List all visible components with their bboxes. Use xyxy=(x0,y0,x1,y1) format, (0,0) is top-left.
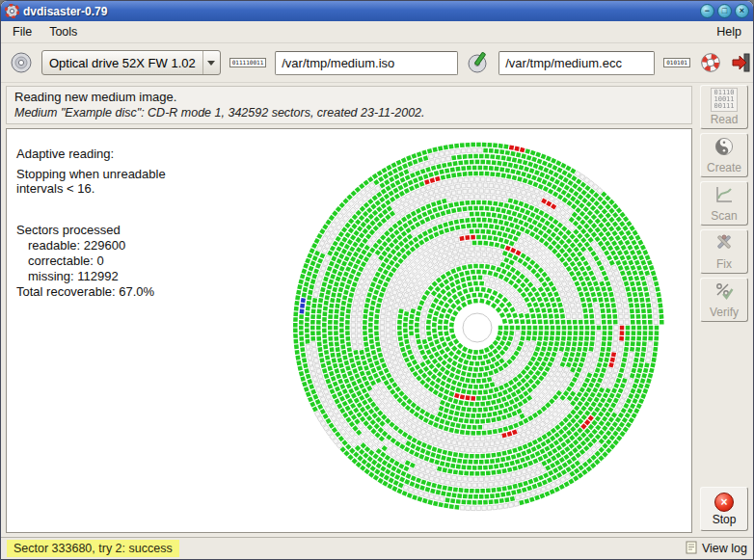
menu-tools[interactable]: Tools xyxy=(40,22,86,41)
close-icon: × xyxy=(740,7,744,15)
status-line2: Medium "Example disc": CD-R mode 1, 3425… xyxy=(14,106,684,120)
view-log-label: View log xyxy=(702,542,747,555)
statusbar: Sector 333680, try 2: success View log xyxy=(1,537,753,559)
action-sidebar: 011101001100111 Read Create xyxy=(697,83,753,537)
titlebar[interactable]: dvdisaster-0.79 − □ × xyxy=(1,1,753,21)
spiral-area xyxy=(283,133,672,522)
scan-button-label: Scan xyxy=(711,209,737,223)
menubar: File Tools Help xyxy=(1,21,753,43)
scan-icon xyxy=(714,185,734,208)
drive-icon xyxy=(10,51,33,74)
stop-icon: × xyxy=(714,493,734,512)
minimize-button[interactable]: − xyxy=(700,4,714,18)
verify-button-label: Verify xyxy=(710,306,739,319)
maximize-button[interactable]: □ xyxy=(717,4,732,18)
stop-button[interactable]: × Stop xyxy=(700,487,748,531)
reading-spiral xyxy=(283,133,672,522)
verify-button: Verify xyxy=(700,278,748,322)
window-controls: − □ × xyxy=(700,4,749,18)
scan-button: Scan xyxy=(700,181,748,226)
total-recoverable: Total recoverable: 67.0% xyxy=(16,284,166,300)
view-log-button[interactable]: View log xyxy=(686,541,747,557)
chevron-down-icon[interactable] xyxy=(202,51,220,74)
fix-button-label: Fix xyxy=(716,257,732,271)
toolbar: Optical drive 52X FW 1.02 011110011 0101… xyxy=(1,43,753,83)
maximize-icon: □ xyxy=(722,7,727,15)
status-line1: Reading new medium image. xyxy=(14,90,684,104)
stopping-line1: Stopping when unreadable xyxy=(16,167,166,181)
minimize-icon: − xyxy=(705,7,710,15)
sectors-title: Sectors processed xyxy=(16,223,166,238)
create-button-label: Create xyxy=(707,161,741,174)
statusbar-message: Sector 333680, try 2: success xyxy=(7,540,179,557)
toolbar-right-group: 010101 xyxy=(663,52,752,73)
create-button: Create xyxy=(700,133,748,177)
close-button[interactable]: × xyxy=(735,4,749,18)
menu-file[interactable]: File xyxy=(4,22,40,41)
missing-count: missing: 112992 xyxy=(16,269,166,284)
reading-stats: Adaptive reading: Stopping when unreadab… xyxy=(16,147,166,300)
stopping-line2: intervals < 16. xyxy=(16,181,166,196)
fix-icon xyxy=(714,233,734,256)
correctable-count: correctable: 0 xyxy=(16,253,166,269)
quit-icon[interactable] xyxy=(731,52,752,73)
app-icon xyxy=(5,4,19,18)
ecc-file-input[interactable] xyxy=(498,51,655,75)
log-file-icon xyxy=(686,541,698,557)
image-file-icon: 011110011 xyxy=(229,58,267,67)
preferences-icon[interactable]: 010101 xyxy=(663,58,690,67)
readable-count: readable: 229600 xyxy=(16,238,166,253)
fix-button: Fix xyxy=(700,229,748,274)
content-row: Reading new medium image. Medium "Exampl… xyxy=(1,83,753,537)
menu-help[interactable]: Help xyxy=(708,22,750,41)
adaptive-title: Adaptive reading: xyxy=(16,147,166,161)
status-area: Reading new medium image. Medium "Exampl… xyxy=(6,86,692,124)
stop-button-label: Stop xyxy=(713,513,737,526)
dvdisaster-window: dvdisaster-0.79 − □ × File Tools Help Op… xyxy=(0,0,754,560)
read-icon: 011101001100111 xyxy=(711,88,737,112)
ecc-file-icon xyxy=(467,51,490,74)
reading-panel: Adaptive reading: Stopping when unreadab… xyxy=(6,128,692,533)
help-lifebelt-icon[interactable] xyxy=(700,52,721,73)
read-button: 011101001100111 Read xyxy=(700,85,748,129)
drive-select-value: Optical drive 52X FW 1.02 xyxy=(42,56,202,70)
left-column: Reading new medium image. Medium "Exampl… xyxy=(1,83,697,537)
drive-select[interactable]: Optical drive 52X FW 1.02 xyxy=(41,50,221,75)
image-file-input[interactable] xyxy=(275,51,458,75)
window-title: dvdisaster-0.79 xyxy=(23,5,696,18)
create-icon xyxy=(714,137,734,160)
read-button-label: Read xyxy=(711,113,739,126)
verify-icon xyxy=(714,281,734,305)
